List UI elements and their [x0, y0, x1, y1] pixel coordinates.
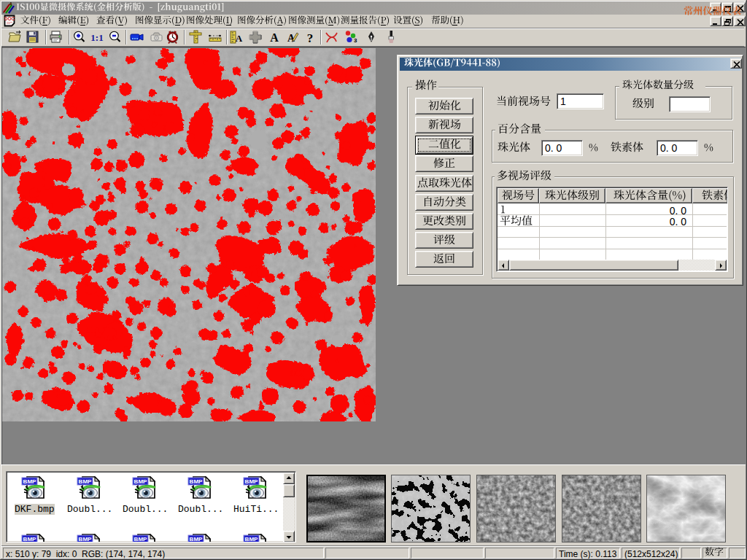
svg-text:3: 3 — [354, 37, 357, 44]
svg-text:A: A — [236, 33, 243, 44]
svg-text:?: ? — [307, 31, 314, 45]
svg-text:1:1: 1:1 — [90, 32, 103, 43]
svg-text:A: A — [270, 31, 279, 44]
svg-text:DOC: DOC — [4, 16, 15, 21]
